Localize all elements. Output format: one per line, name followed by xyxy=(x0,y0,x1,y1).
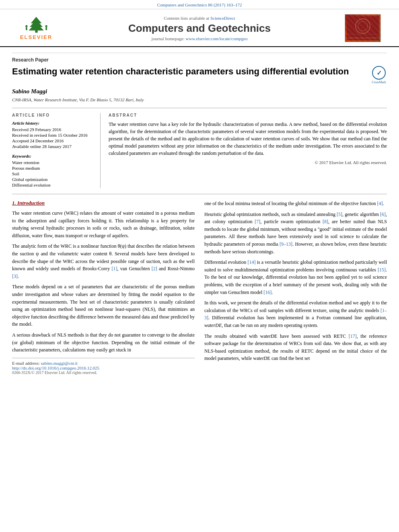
svg-rect-5 xyxy=(26,27,27,30)
main-content: Research Paper Estimating water retentio… xyxy=(0,47,399,380)
article-info-section: ARTICLE INFO Article history: Received 2… xyxy=(12,108,387,188)
keyword-1: Water retention xyxy=(12,160,92,165)
right-paragraph-5: The results obtained with waterDE have b… xyxy=(204,333,387,362)
copyright-notice: © 2017 Elsevier Ltd. All rights reserved… xyxy=(109,160,387,165)
ref-1[interactable]: [1] xyxy=(111,266,117,271)
email-footnote: E-mail address: sabino.maggi@cnr.it xyxy=(12,361,195,366)
cover-decoration: COMPUTERS AND GEOTECHNICS xyxy=(347,16,379,40)
journal-header: ELSEVIER Contents lists available at Sci… xyxy=(0,9,399,47)
ref-6[interactable]: [6] xyxy=(380,212,386,217)
elsevier-wordmark: ELSEVIER xyxy=(20,34,52,40)
abstract-section: ABSTRACT The water retention curve has a… xyxy=(101,113,387,188)
crossmark-icon: ✓ xyxy=(372,66,386,80)
page: Computers and Geotechnics 86 (2017) 163–… xyxy=(0,0,399,532)
elsevier-logo-area: ELSEVIER xyxy=(12,16,60,40)
homepage-url[interactable]: www.elsevier.com/locate/compgeo xyxy=(186,36,248,41)
intro-paragraph-3: These models depend on a set of paramete… xyxy=(12,283,195,328)
received-date: Received 29 February 2016 xyxy=(12,127,92,132)
right-paragraph-4: In this work, we present the details of … xyxy=(204,299,387,329)
svg-point-4 xyxy=(25,25,27,27)
svg-rect-8 xyxy=(347,16,379,40)
ref-9-13[interactable]: [9–13] xyxy=(280,241,292,247)
ref-3[interactable]: [3] xyxy=(12,273,18,279)
ref-7[interactable]: [7] xyxy=(255,219,260,224)
abstract-heading: ABSTRACT xyxy=(109,113,387,117)
crossmark-badge: ✓ CrossMark xyxy=(371,66,387,84)
issn-footnote: 0266-352X/© 2017 Elsevier Ltd. All right… xyxy=(12,370,195,375)
article-type-label: Research Paper xyxy=(12,53,387,63)
available-date: Available online 28 January 2017 xyxy=(12,144,92,149)
revised-date: Received in revised form 15 October 2016 xyxy=(12,133,92,138)
crossmark-label: CrossMark xyxy=(372,80,386,84)
abstract-text: The water retention curve has a key role… xyxy=(109,121,387,157)
journal-header-center: Contents lists available at ScienceDirec… xyxy=(60,16,339,41)
article-title: Estimating water retention characteristi… xyxy=(12,66,363,78)
right-paragraph-1: one of the local minima instead of locat… xyxy=(204,200,387,207)
keyword-4: Global optimization xyxy=(12,177,92,182)
ref-5[interactable]: [5] xyxy=(337,212,342,217)
elsevier-logo: ELSEVIER xyxy=(14,16,58,40)
keywords-label: Keywords: xyxy=(12,154,92,158)
ref-14[interactable]: [14] xyxy=(247,259,255,265)
keyword-3: Soil xyxy=(12,171,92,176)
journal-cover-area: COMPUTERS AND GEOTECHNICS xyxy=(339,14,387,42)
keyword-5: Differential evolution xyxy=(12,183,92,187)
introduction-heading: 1. Introduction xyxy=(12,200,195,206)
svg-point-10 xyxy=(358,21,368,31)
intro-paragraph-1: The water retention curve (WRC) relates … xyxy=(12,210,195,239)
accepted-date: Accepted 24 December 2016 xyxy=(12,138,92,143)
ref-16[interactable]: [16] xyxy=(263,290,271,295)
science-direct-link[interactable]: ScienceDirect xyxy=(210,16,235,21)
intro-paragraph-2: The analytic form of the WRC is a nonlin… xyxy=(12,242,195,280)
ref-1-3[interactable]: [1–3] xyxy=(204,308,387,321)
journal-citation: Computers and Geotechnics 86 (2017) 163–… xyxy=(157,2,242,7)
author-name: Sabino Maggi xyxy=(12,88,387,95)
left-body-column: 1. Introduction The water retention curv… xyxy=(12,200,195,375)
journal-top-bar: Computers and Geotechnics 86 (2017) 163–… xyxy=(0,0,399,9)
intro-paragraph-4: A serious drawback of NLS methods is tha… xyxy=(12,331,195,354)
right-body-column: one of the local minima instead of locat… xyxy=(204,200,387,375)
ref-15[interactable]: [15] xyxy=(378,267,386,273)
journal-title: Computers and Geotechnics xyxy=(60,22,339,35)
elsevier-tree-icon xyxy=(21,16,51,33)
svg-rect-7 xyxy=(45,27,47,30)
svg-point-6 xyxy=(45,25,47,27)
article-info-left: ARTICLE INFO Article history: Received 2… xyxy=(12,113,101,188)
author-affiliation: CNR-IRSA, Water Research Institute, Via … xyxy=(12,97,387,102)
svg-point-9 xyxy=(356,19,370,33)
email-link[interactable]: sabino.maggi@cnr.it xyxy=(41,361,77,366)
ref-17[interactable]: [17] xyxy=(349,333,357,339)
keyword-2: Porous medium xyxy=(12,166,92,170)
journal-homepage: journal homepage: www.elsevier.com/locat… xyxy=(60,36,339,41)
right-paragraph-3: Differential evolution [14] is a versati… xyxy=(204,259,387,296)
article-info-heading: ARTICLE INFO xyxy=(12,113,92,117)
ref-4[interactable]: [4] xyxy=(377,201,383,206)
footnote-section: E-mail address: sabino.maggi@cnr.it http… xyxy=(12,358,195,375)
history-label: Article history: xyxy=(12,121,92,125)
article-title-section: Estimating water retention characteristi… xyxy=(12,66,387,84)
science-direct-notice: Contents lists available at ScienceDirec… xyxy=(60,16,339,21)
right-paragraph-2: Heuristic global optimization methods, s… xyxy=(204,211,387,256)
journal-cover-image: COMPUTERS AND GEOTECHNICS xyxy=(345,14,381,42)
ref-8[interactable]: [8] xyxy=(323,219,328,224)
ref-2[interactable]: [2] xyxy=(152,266,157,271)
body-columns: 1. Introduction The water retention curv… xyxy=(12,194,387,375)
svg-text:COMPUTERS AND GEOTECHNICS: COMPUTERS AND GEOTECHNICS xyxy=(347,37,378,39)
doi-footnote[interactable]: http://dx.doi.org/10.1016/j.compgeo.2016… xyxy=(12,366,195,370)
